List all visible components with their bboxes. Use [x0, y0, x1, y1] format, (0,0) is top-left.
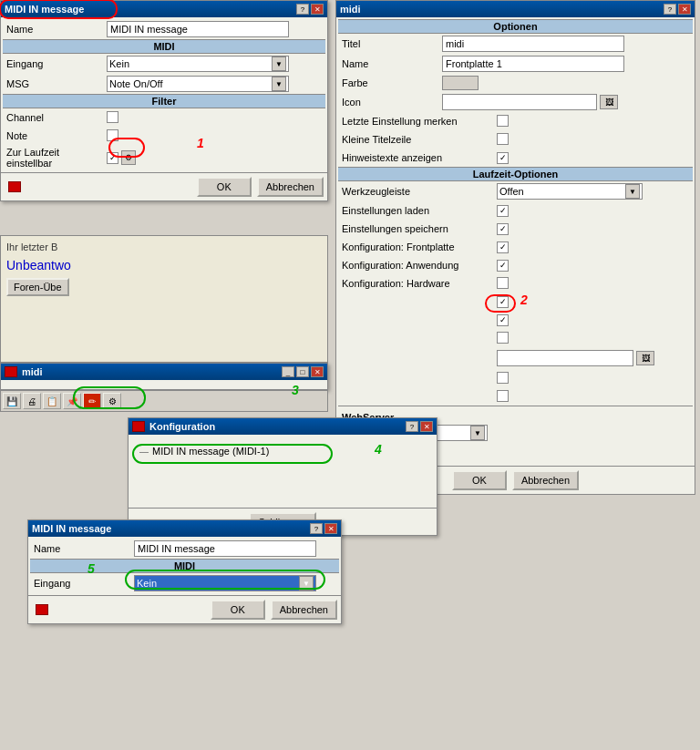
icon-row: Icon 🖼	[338, 92, 693, 112]
abbrechen-button-top[interactable]: Abbrechen	[257, 177, 324, 197]
toolbar-copy-icon[interactable]: 📋	[43, 393, 61, 409]
letzte-label: Letzte Einstellung merken	[342, 116, 497, 127]
channel-checkbox[interactable]	[107, 111, 118, 123]
extra-row1	[338, 293, 693, 311]
konfig-anw-checkbox[interactable]	[497, 260, 509, 272]
konfig-item-row[interactable]: — MIDI IN message (MIDI-1)	[136, 442, 429, 460]
close-lower-btn[interactable]: ✕	[311, 366, 324, 377]
annotation-4: 4	[375, 442, 382, 457]
name-label: Name	[6, 24, 107, 35]
farbe-row: Farbe	[338, 74, 693, 92]
konfig-close-btn[interactable]: ✕	[420, 421, 433, 432]
name-input[interactable]	[107, 21, 289, 37]
msg-value: Note On/Off	[109, 78, 163, 89]
toolbar-save-icon[interactable]: 💾	[3, 393, 21, 409]
toolbar-red-icon[interactable]: ✏	[83, 393, 101, 409]
titel-input[interactable]	[442, 36, 624, 52]
bottom-midi-section: MIDI	[30, 559, 339, 573]
hinweis-label: Hinweistexte anzeigen	[342, 152, 497, 163]
eingang-dropdown[interactable]: Kein ▼	[107, 56, 289, 72]
einst-laden-checkbox[interactable]	[497, 205, 509, 217]
msg-row: MSG Note On/Off ▼	[3, 74, 325, 94]
channel-row: Channel	[3, 108, 325, 127]
konfig-fp-row: Konfiguration: Frontplatte	[338, 238, 693, 256]
einst-speichern-row: Einstellungen speichern	[338, 220, 693, 238]
close-button-right[interactable]: ✕	[678, 4, 691, 15]
msg-dropdown[interactable]: Note On/Off ▼	[107, 76, 289, 92]
extra-row2	[338, 311, 693, 329]
extra-checkbox1[interactable]	[497, 296, 509, 308]
hinweis-checkbox[interactable]	[497, 152, 509, 164]
bottom-eingang-label: Eingang	[34, 578, 134, 589]
minimize-btn[interactable]: _	[282, 366, 294, 377]
niemals-arrow[interactable]: ▼	[470, 426, 485, 440]
farbe-label: Farbe	[342, 77, 442, 88]
toolbar-paste-icon[interactable]: 📌	[63, 393, 81, 409]
ok-button-top[interactable]: OK	[197, 177, 252, 197]
extra-checkbox3[interactable]	[497, 332, 509, 344]
konfiguration-window: Konfiguration ? ✕ — MIDI IN message (MID…	[128, 417, 438, 536]
restore-btn[interactable]: □	[296, 366, 309, 377]
help-button-top[interactable]: ?	[296, 4, 309, 15]
abbrechen-button-right[interactable]: Abbrechen	[512, 470, 579, 490]
eingang-arrow[interactable]: ▼	[272, 57, 286, 71]
werkzeug-arrow[interactable]: ▼	[625, 184, 640, 199]
midi-in-bottom-btn-row: OK Abbrechen	[28, 595, 341, 623]
titel-row: Titel	[338, 34, 693, 54]
einst-laden-label: Einstellungen laden	[342, 205, 497, 216]
werkzeug-value: Offen	[499, 186, 524, 197]
right-name-input[interactable]	[442, 56, 624, 72]
msg-arrow[interactable]: ▼	[272, 77, 286, 91]
bottom-eingang-arrow[interactable]: ▼	[299, 576, 314, 591]
note-checkbox[interactable]	[107, 129, 118, 141]
icon-browse-btn2[interactable]: 🖼	[636, 351, 654, 365]
kleine-checkbox[interactable]	[497, 133, 509, 145]
midi-in-top-btn-row: OK Abbrechen	[1, 172, 327, 200]
zur-checkbox[interactable]	[107, 152, 118, 164]
empty-checkbox2[interactable]	[497, 390, 509, 402]
extra-checkbox2[interactable]	[497, 314, 509, 326]
zur-settings-icon[interactable]: ⚙	[121, 150, 136, 165]
annotation-5: 5	[88, 561, 95, 576]
konfig-help-btn[interactable]: ?	[406, 421, 418, 432]
werkzeug-label: Werkzeugleiste	[342, 186, 497, 197]
unbeantwо-text[interactable]: Unbeantwо	[6, 258, 322, 272]
help-button-bottom[interactable]: ?	[310, 523, 323, 534]
close-button-top[interactable]: ✕	[311, 4, 324, 15]
konfig-hw-checkbox[interactable]	[497, 277, 509, 289]
bottom-eingang-row: Eingang Kein ▼	[30, 573, 339, 593]
titel-label: Titel	[342, 38, 442, 49]
werkzeug-dropdown[interactable]: Offen ▼	[497, 183, 643, 200]
bottom-eingang-dropdown[interactable]: Kein ▼	[134, 575, 316, 591]
toolbar-print-icon[interactable]: 🖨	[23, 393, 41, 409]
close-button-bottom[interactable]: ✕	[324, 523, 337, 534]
farbe-color[interactable]	[442, 76, 479, 90]
konfig-anw-label: Konfiguration: Anwendung	[342, 260, 497, 271]
einst-speichern-checkbox[interactable]	[497, 223, 509, 235]
midi-right-title: midi	[340, 4, 361, 15]
help-button-right[interactable]: ?	[664, 4, 676, 15]
abbrechen-button-bottom[interactable]: Abbrechen	[271, 600, 337, 620]
midi-lower-titlebar: midi _ □ ✕	[1, 364, 327, 380]
bottom-name-input[interactable]	[134, 540, 316, 557]
bottom-name-row: Name	[30, 539, 339, 559]
icon-input2[interactable]	[497, 350, 633, 366]
kleine-row: Kleine Titelzeile	[338, 130, 693, 149]
zur-row: Zur Laufzeit einstellbar ⚙	[3, 145, 325, 170]
annotation-2: 2	[520, 293, 528, 307]
ok-button-bottom[interactable]: OK	[211, 600, 265, 620]
letzte-row: Letzte Einstellung merken	[338, 112, 693, 130]
midi-lower-logo	[5, 366, 17, 377]
einst-speichern-label: Einstellungen speichern	[342, 223, 497, 234]
foren-button[interactable]: Foren-Übe	[6, 278, 69, 296]
konfig-fp-checkbox[interactable]	[497, 241, 509, 253]
letzte-checkbox[interactable]	[497, 115, 509, 127]
ok-button-right[interactable]: OK	[452, 470, 507, 490]
empty-checkbox1[interactable]	[497, 372, 509, 384]
toolbar-extra-icon[interactable]: ⚙	[103, 393, 121, 409]
midi-in-top-title: MIDI IN message	[5, 4, 84, 15]
icon-label: Icon	[342, 97, 442, 108]
red-logo-icon	[8, 181, 21, 192]
icon-browse-btn[interactable]: 🖼	[600, 95, 618, 109]
icon-input[interactable]	[442, 94, 597, 110]
